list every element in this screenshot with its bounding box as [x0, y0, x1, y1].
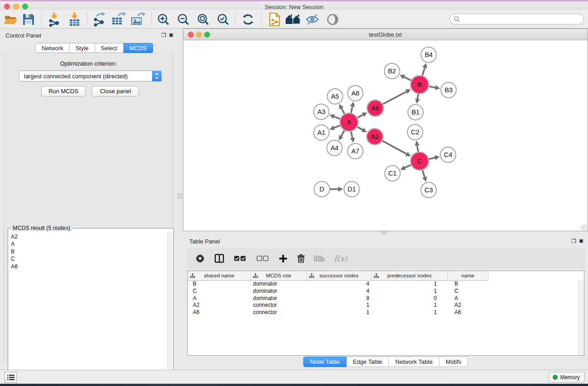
tab-mcds[interactable]: MCDS — [124, 43, 153, 53]
splitter-handle[interactable] — [177, 193, 182, 199]
table-cell[interactable]: B — [448, 281, 488, 288]
node-A8[interactable]: A8 — [348, 86, 363, 101]
table-row[interactable]: A6connector11A6 — [188, 309, 578, 316]
node-A2[interactable]: A2 — [367, 129, 383, 145]
export-network-button[interactable] — [91, 11, 108, 27]
edge-A6-B[interactable] — [383, 91, 406, 104]
edge-B-B3[interactable] — [429, 86, 435, 88]
edge-A2-C[interactable] — [382, 141, 406, 154]
column-header-name[interactable]: name — [448, 271, 488, 281]
table-cell[interactable]: A6 — [188, 309, 251, 316]
table-cell[interactable]: 0 — [372, 295, 448, 302]
search-input[interactable] — [462, 15, 583, 23]
node-D[interactable]: D — [314, 181, 330, 197]
export-image-button[interactable] — [129, 11, 147, 27]
vertical-splitter[interactable] — [177, 29, 183, 370]
first-neighbors-button[interactable] — [284, 11, 301, 27]
edge-C-C1[interactable] — [405, 165, 411, 168]
table-cell[interactable]: 4 — [307, 288, 372, 295]
refresh-layout-button[interactable] — [239, 11, 257, 27]
node-B3[interactable]: B3 — [441, 82, 456, 98]
resize-grip[interactable] — [581, 224, 587, 230]
task-history-button[interactable] — [5, 372, 17, 383]
edge-C-C2[interactable] — [417, 146, 418, 152]
close-panel-icon[interactable]: ✖ — [169, 33, 173, 38]
node-A5[interactable]: A5 — [327, 89, 343, 104]
zoom-out-button[interactable] — [175, 11, 192, 27]
column-header-predecessor-nodes[interactable]: predecessor nodes — [372, 271, 448, 281]
node-C1[interactable]: C1 — [385, 166, 400, 181]
mcds-result-list[interactable]: A2ABCA6 — [9, 232, 167, 383]
table-cell[interactable]: dominator — [251, 281, 307, 288]
new-network-from-selection-button[interactable] — [266, 11, 283, 27]
table-cell[interactable]: 1 — [307, 302, 372, 309]
edge-C-C3[interactable] — [422, 170, 425, 177]
node-B4[interactable]: B4 — [421, 47, 436, 62]
table-cell[interactable]: dominator — [251, 288, 307, 295]
table-cell[interactable]: C — [188, 288, 251, 295]
show-all-button[interactable] — [324, 11, 341, 27]
delete-column-button[interactable] — [297, 254, 305, 263]
zoom-fit-button[interactable] — [195, 11, 212, 27]
table-cell[interactable]: A2 — [188, 302, 251, 309]
node-table[interactable]: shared nameMCDS rolesuccessor nodesprede… — [187, 271, 584, 356]
tab-node-table[interactable]: Node Table — [303, 357, 347, 367]
node-B1[interactable]: B1 — [408, 105, 423, 120]
node-A4[interactable]: A4 — [327, 140, 342, 156]
node-B[interactable]: B — [411, 76, 429, 94]
column-header-shared-name[interactable]: shared name — [188, 271, 251, 281]
table-cell[interactable]: A — [448, 295, 488, 302]
edge-A-A3[interactable] — [334, 117, 340, 119]
zoom-selected-button[interactable] — [215, 11, 232, 27]
table-cell[interactable]: A — [188, 295, 251, 302]
table-row[interactable]: Bdominator41B — [188, 281, 578, 288]
table-cell[interactable]: A6 — [448, 309, 488, 316]
close-panel-icon[interactable]: ✖ — [579, 238, 583, 244]
edge-C-C4[interactable] — [429, 158, 435, 159]
table-cell[interactable]: dominator — [251, 295, 307, 302]
edge-A-A1[interactable] — [334, 125, 340, 128]
mcds-result-scrollbar[interactable] — [167, 232, 173, 383]
open-session-button[interactable] — [2, 11, 19, 27]
table-cell[interactable]: 1 — [372, 281, 448, 288]
node-C2[interactable]: C2 — [407, 124, 423, 140]
column-header-MCDS-role[interactable]: MCDS role — [251, 271, 307, 281]
table-options-button[interactable] — [196, 254, 205, 263]
node-C[interactable]: C — [411, 152, 429, 170]
table-cell[interactable]: 1 — [372, 302, 448, 309]
node-A[interactable]: A — [340, 113, 358, 131]
import-network-button[interactable] — [46, 11, 63, 27]
edge-A-A7[interactable] — [351, 132, 352, 138]
tab-network-table[interactable]: Network Table — [389, 357, 439, 367]
edge-B-B2[interactable] — [404, 77, 411, 80]
table-cell[interactable]: 1 — [372, 288, 448, 295]
edge-A-A5[interactable] — [341, 108, 344, 114]
close-panel-button[interactable]: Close panel — [92, 86, 139, 96]
node-table-scrollbar[interactable] — [578, 281, 584, 355]
column-header-successor-nodes[interactable]: successor nodes — [307, 271, 372, 281]
table-cell[interactable]: connector — [251, 309, 307, 316]
edge-A-A4[interactable] — [341, 130, 344, 136]
node-A7[interactable]: A7 — [348, 143, 363, 159]
node-C3[interactable]: C3 — [421, 182, 436, 198]
table-cell[interactable]: connector — [251, 302, 307, 309]
edge-A-A6[interactable] — [358, 115, 363, 118]
table-cell[interactable]: 4 — [307, 281, 372, 288]
criterion-dropdown[interactable]: largest connected component (directed) — [19, 71, 162, 81]
node-A1[interactable]: A1 — [314, 125, 329, 140]
tab-select[interactable]: Select — [95, 43, 124, 53]
delete-table-button[interactable] — [314, 255, 325, 262]
table-cell[interactable]: A2 — [448, 302, 488, 309]
function-builder-button[interactable]: f(x) — [334, 254, 347, 263]
table-cell[interactable]: C — [448, 288, 488, 295]
table-cell[interactable]: 1 — [372, 309, 448, 316]
tab-network[interactable]: Network — [35, 43, 70, 53]
mcds-result-item[interactable]: B — [11, 248, 167, 255]
table-row[interactable]: Cdominator41C — [188, 288, 578, 295]
edge-A-A2[interactable] — [357, 127, 363, 130]
select-all-button[interactable] — [234, 256, 246, 262]
tab-style[interactable]: Style — [70, 43, 95, 53]
node-D1[interactable]: D1 — [344, 181, 359, 197]
mcds-result-item[interactable]: A2 — [11, 233, 167, 240]
node-C4[interactable]: C4 — [440, 147, 456, 162]
